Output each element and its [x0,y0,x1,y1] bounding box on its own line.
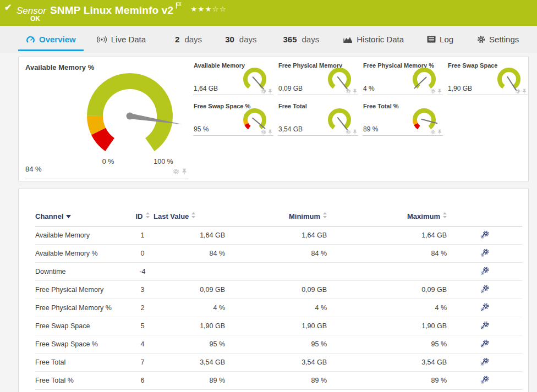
channel-row: Free Total %689 %89 %89 % [35,372,522,390]
mini-gauge-free-swap-space: Free Swap Space 1,90 GB [447,62,528,95]
channel-settings-icon[interactable] [480,267,489,275]
channel-maximum: 89 % [327,372,447,390]
channel-row: Free Physical Memory %24 %4 %4 % [35,299,522,317]
gear-icon[interactable] [346,89,351,94]
pin-icon[interactable] [437,129,442,135]
channel-settings-icon[interactable] [480,357,489,366]
channel-id: 6 [131,372,154,390]
sort-desc-icon [66,215,71,218]
status-badge: OK [30,15,40,23]
channel-settings-icon[interactable] [480,285,489,294]
channel-row: Free Swap Space %495 %95 %95 % [35,335,522,354]
channel-last-value: 1,90 GB [154,317,225,335]
channel-actions [447,299,522,317]
content-area: Available Memory % 0 % 100 % 84 % Availa… [0,53,537,392]
gauges-panel: Available Memory % 0 % 100 % 84 % Availa… [18,57,529,181]
channel-last-value: 0,09 GB [154,281,225,299]
sensor-title: SNMP Linux Meminfo v2 [50,4,174,16]
channel-name: Free Physical Memory [35,281,131,299]
sort-icon [146,212,150,218]
column-header-channel[interactable]: Channel [35,210,131,227]
channel-table: Channel ID Last Value Minimum Maximum Av… [35,210,522,390]
channel-maximum: 4 % [327,299,447,317]
flag-icon[interactable] [176,1,182,11]
tab-365-days[interactable]: 365days [276,26,327,53]
channel-settings-icon[interactable] [480,321,489,330]
status-check-icon: ✔ [4,2,12,13]
gear-icon[interactable] [430,89,436,94]
gear-icon[interactable] [173,168,179,175]
priority-stars[interactable]: ★★★☆☆ [190,5,227,13]
gear-icon[interactable] [261,89,266,94]
channel-minimum: 4 % [225,299,327,317]
mini-gauge-title: Free Swap Space [448,62,498,69]
gear-icon[interactable] [261,129,266,135]
channel-actions [447,227,522,245]
mini-gauge-free-total-percent: Free Total % 89 % [363,103,443,136]
channel-settings-icon[interactable] [480,230,489,239]
column-header-last-value[interactable]: Last Value [154,210,225,227]
pin-icon[interactable] [352,89,358,94]
column-header-minimum[interactable]: Minimum [225,210,327,227]
sensor-tabs: Overview Live Data 2days 30days 365days … [0,26,537,53]
mini-gauge-value: 1,90 GB [448,85,472,92]
tab-historic-data[interactable]: Historic Data [336,26,412,53]
channel-row: Available Memory %084 %84 %84 % [35,245,522,263]
mini-gauge-title: Free Total [278,103,307,109]
mini-gauge-available-memory: Available Memory 1,64 GB [193,62,273,95]
channel-actions [447,354,522,372]
channel-last-value: 4 % [154,299,225,317]
pin-icon[interactable] [181,168,188,175]
mini-gauge-value: 0,09 GB [278,85,303,92]
channel-actions [447,263,522,281]
pin-icon[interactable] [522,89,527,94]
channel-minimum: 0,09 GB [225,281,327,299]
mini-gauge-value: 89 % [363,125,378,133]
gear-icon[interactable] [346,129,351,135]
channel-maximum: 95 % [327,335,447,354]
channel-id: 1 [131,227,154,245]
mini-gauge-value: 1,64 GB [194,85,218,92]
channel-last-value [154,263,225,281]
channel-minimum: 1,90 GB [225,317,327,335]
channel-actions [447,335,522,354]
table-header-row: Channel ID Last Value Minimum Maximum [35,210,522,227]
channel-minimum: 1,64 GB [225,227,327,245]
channel-settings-icon[interactable] [480,339,489,348]
tab-log[interactable]: Log [419,26,461,53]
channel-id: 3 [131,281,154,299]
settings-gear-icon [477,35,485,43]
mini-gauge-free-physical-memory: Free Physical Memory 0,09 GB [278,62,358,95]
tab-30-days[interactable]: 30days [217,26,264,53]
channel-id: -4 [131,263,154,281]
column-header-maximum[interactable]: Maximum [327,210,447,227]
pin-icon[interactable] [267,129,273,135]
pin-icon[interactable] [352,129,358,135]
mini-gauges-grid: Available Memory 1,64 GB Free Physical M… [193,62,532,136]
channel-settings-icon[interactable] [480,376,489,384]
channel-id: 5 [131,317,154,335]
tab-settings[interactable]: Settings [469,26,527,53]
pin-icon[interactable] [437,89,442,94]
mini-gauge-free-total: Free Total 3,54 GB [278,103,358,136]
channel-settings-icon[interactable] [480,249,489,257]
sort-icon [443,212,447,218]
column-header-id[interactable]: ID [131,210,154,227]
channel-id: 0 [131,245,154,263]
live-signal-icon [96,36,107,43]
channel-maximum: 0,09 GB [327,281,447,299]
gear-icon[interactable] [430,129,436,135]
prtg-sensor-page: ✔ SensorSNMP Linux Meminfo v2★★★☆☆ OK Ov… [0,0,537,392]
channel-row: Free Total73,54 GB3,54 GB3,54 GB [35,354,522,372]
channel-last-value: 1,64 GB [154,227,225,245]
gear-icon[interactable] [515,89,520,94]
mini-gauge-value: 3,54 GB [278,125,303,133]
channel-name: Free Physical Memory % [35,299,131,317]
pin-icon[interactable] [267,89,273,94]
tab-live-data[interactable]: Live Data [89,26,154,53]
gauge-min-label: 0 % [96,158,120,165]
tab-2-days[interactable]: 2days [167,26,210,53]
gauge-icon [26,35,35,44]
tab-overview[interactable]: Overview [18,26,84,53]
channel-settings-icon[interactable] [480,303,489,312]
